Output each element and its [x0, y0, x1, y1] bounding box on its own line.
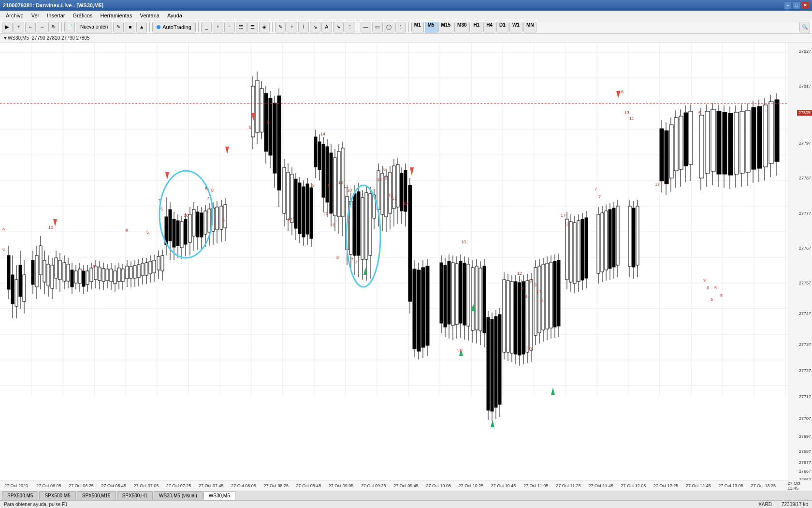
tf-m15[interactable]: M15 — [438, 22, 453, 32]
svg-rect-222 — [396, 164, 399, 207]
chart-symbol: ▼ — [3, 35, 8, 41]
svg-text:7: 7 — [594, 187, 597, 192]
svg-rect-366 — [763, 105, 768, 167]
svg-rect-236 — [426, 266, 429, 345]
svg-text:5: 5 — [93, 264, 95, 269]
tab-spx500-m5-1[interactable]: SPX500,M5 — [2, 491, 38, 500]
tf-mn[interactable]: MN — [523, 22, 537, 32]
toolbar-arrow-btn[interactable]: ▶ — [2, 22, 13, 32]
tab-ws30-m5[interactable]: WS30,M5 — [203, 491, 235, 500]
memory-usage: 72309/17 kb — [782, 502, 808, 507]
toolbar-rect-btn[interactable]: ▭ — [372, 22, 383, 32]
chart-svg: 6 9 7 10 5 5 5 7 5 10 5 7 8 5 8 5 12 5 1… — [0, 43, 788, 480]
svg-rect-96 — [121, 269, 124, 282]
svg-marker-373 — [251, 113, 255, 121]
svg-marker-376 — [616, 91, 620, 98]
tf-h1[interactable]: H1 — [471, 22, 483, 32]
svg-rect-232 — [417, 270, 420, 351]
menu-archivo[interactable]: Archivo — [2, 12, 28, 19]
search-button[interactable]: 🔍 — [799, 22, 810, 32]
svg-text:6: 6 — [385, 176, 387, 180]
toolbar-chart-btn3[interactable]: ▲ — [136, 22, 147, 32]
tab-bar: SPX500,M5 SPX500,M5 SPX500,M15 SPX500,H1… — [0, 491, 812, 500]
svg-text:6: 6 — [714, 285, 717, 290]
chart-container[interactable]: 6 9 7 10 5 5 5 7 5 10 5 7 8 5 8 5 12 5 1… — [0, 43, 812, 480]
toolbar-horiz-btn[interactable]: ― — [361, 22, 371, 32]
toolbar-line2-btn[interactable]: / — [298, 22, 309, 32]
svg-rect-220 — [392, 166, 395, 209]
toolbar-wave-btn[interactable]: ∿ — [333, 22, 344, 32]
toolbar-chart-btn2[interactable]: ■ — [125, 22, 135, 32]
toolbar-refresh-btn[interactable]: ↻ — [48, 22, 59, 32]
time-label-10: 27 Oct 09:05 — [329, 483, 354, 488]
menu-ayuda[interactable]: Ayuda — [163, 12, 186, 19]
menu-herramientas[interactable]: Herramientas — [96, 12, 136, 19]
svg-rect-370 — [775, 100, 779, 162]
new-order-button[interactable]: Nueva orden — [76, 22, 112, 32]
tab-spx500-m15[interactable]: SPX500,M15 — [77, 491, 116, 500]
svg-rect-114 — [157, 256, 160, 270]
menu-ver[interactable]: Ver — [28, 12, 44, 19]
svg-rect-330 — [660, 129, 664, 181]
toolbar-scroll-btn[interactable]: ◈ — [259, 22, 270, 32]
svg-text:7: 7 — [207, 196, 209, 201]
svg-text:6: 6 — [383, 167, 386, 172]
title-bar: 2100079381: Darwinex-Live - [WS30,M5] − … — [0, 0, 812, 11]
minimize-button[interactable]: − — [784, 1, 792, 9]
maximize-button[interactable]: □ — [793, 1, 800, 9]
toolbar-zoom-out-btn[interactable]: − — [224, 22, 235, 32]
svg-rect-286 — [534, 268, 537, 335]
tab-spx500-m5-2[interactable]: SPX500,M5 — [39, 491, 75, 500]
price-label-27727: 27727 — [799, 368, 811, 373]
time-label-18: 27 Oct 11:45 — [588, 483, 613, 488]
menu-graficos[interactable]: Gráficos — [69, 12, 97, 19]
menu-ventana[interactable]: Ventana — [136, 12, 163, 19]
svg-text:5: 5 — [312, 183, 314, 188]
auto-trading-button[interactable]: AutoTrading — [152, 22, 196, 32]
svg-rect-190 — [334, 158, 336, 216]
toolbar-grid-btn[interactable]: ☷ — [236, 22, 246, 32]
toolbar-crosshair-btn[interactable]: + — [14, 22, 24, 32]
toolbar-zoom-in-btn[interactable]: + — [213, 22, 223, 32]
toolbar-chart-btn1[interactable]: ✎ — [113, 22, 124, 32]
toolbar-arrow-draw-btn[interactable]: ↘ — [310, 22, 320, 32]
toolbar-line-btn[interactable]: ⎯ — [201, 22, 212, 32]
svg-text:5: 5 — [267, 120, 269, 125]
tf-m5[interactable]: M5 — [425, 22, 437, 32]
menu-insertar[interactable]: Insertar — [43, 12, 69, 19]
svg-text:11: 11 — [457, 348, 462, 353]
toolbar-more2-btn[interactable]: ⋮ — [395, 22, 406, 32]
time-label-21: 27 Oct 12:45 — [686, 483, 711, 488]
svg-marker-380 — [551, 388, 555, 395]
tf-d1[interactable]: D1 — [496, 22, 508, 32]
svg-rect-246 — [455, 264, 458, 325]
tab-spx500-h1[interactable]: SPX500,H1 — [117, 491, 153, 500]
separator-2 — [149, 22, 150, 32]
svg-text:14: 14 — [320, 132, 325, 136]
tab-ws30-visual[interactable]: WS30,M5 (visual) — [154, 491, 203, 500]
toolbar-back-btn[interactable]: ← — [25, 22, 36, 32]
tf-w1[interactable]: W1 — [509, 22, 522, 32]
tf-h4[interactable]: H4 — [483, 22, 495, 32]
toolbar-forward-btn[interactable]: → — [37, 22, 47, 32]
time-label-5: 27 Oct 07:25 — [166, 483, 191, 488]
svg-rect-112 — [153, 260, 156, 273]
svg-rect-140 — [208, 209, 211, 232]
svg-rect-136 — [200, 213, 203, 237]
toolbar-draw-btn[interactable]: ✎ — [275, 22, 286, 32]
svg-text:12: 12 — [288, 217, 292, 222]
toolbar-period-btn[interactable]: ☰ — [247, 22, 258, 32]
svg-rect-74 — [78, 269, 81, 284]
close-button[interactable]: ✕ — [801, 1, 809, 9]
toolbar-more-btn[interactable]: ⋮ — [345, 22, 355, 32]
toolbar-ellipse-btn[interactable]: ◯ — [384, 22, 394, 32]
toolbar-text-btn[interactable]: A — [321, 22, 332, 32]
svg-rect-324 — [628, 206, 631, 267]
svg-rect-164 — [283, 167, 286, 213]
svg-rect-270 — [503, 280, 506, 352]
svg-rect-54 — [39, 246, 42, 275]
toolbar-crosshair2-btn[interactable]: + — [287, 22, 297, 32]
tf-m30[interactable]: M30 — [454, 22, 469, 32]
tf-m1[interactable]: M1 — [411, 22, 424, 32]
time-label-2: 27 Oct 06:25 — [69, 483, 94, 488]
